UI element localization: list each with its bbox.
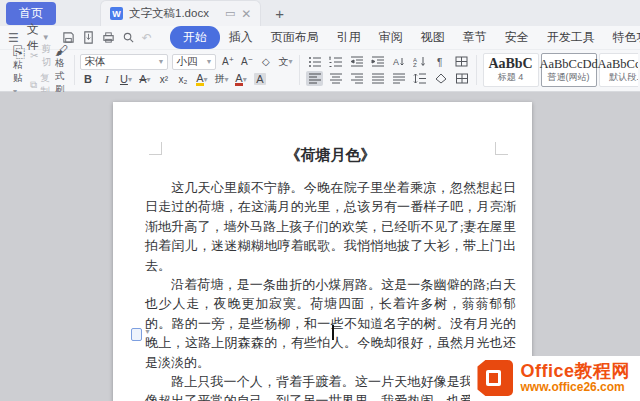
bullet-list-button[interactable] bbox=[306, 54, 323, 69]
undo-icon[interactable]: ↶ bbox=[142, 31, 152, 45]
quick-access-toolbar: ↶ bbox=[62, 31, 152, 45]
phonetic-guide-button[interactable]: 拼▾ bbox=[213, 72, 229, 87]
superscript-button[interactable]: x² bbox=[156, 72, 171, 87]
document-tab-label: 文字文稿1.docx bbox=[129, 6, 209, 21]
style-sample: AaBbCcDd bbox=[597, 57, 638, 71]
document-title[interactable]: 《荷塘月色》 bbox=[145, 146, 516, 165]
paste-options-widget[interactable]: ▼ bbox=[131, 328, 151, 341]
tab-home[interactable]: 开始 bbox=[170, 26, 220, 49]
margin-corner-mark bbox=[149, 142, 162, 155]
clipboard-group: ⎘ 粘贴▾ ✂剪切 ⧉复制 🖌 格式刷 bbox=[4, 52, 72, 88]
tab-review[interactable]: 审阅 bbox=[370, 26, 412, 49]
highlight-label: A bbox=[196, 73, 203, 86]
document-page[interactable]: 《荷塘月色》 这几天心里颇不宁静。今晚在院子里坐着乘凉，忽然想起日日走过的荷塘，… bbox=[113, 102, 532, 401]
shading-button[interactable] bbox=[432, 71, 449, 86]
style-label: 默认段... bbox=[609, 71, 638, 84]
borders-button[interactable] bbox=[453, 71, 470, 86]
copy-icon: ⧉ bbox=[30, 79, 37, 91]
tab-developer[interactable]: 开发工具 bbox=[538, 26, 604, 49]
chevron-down-icon: ▼ bbox=[206, 58, 213, 65]
align-center-button[interactable] bbox=[327, 71, 344, 86]
group-divider bbox=[74, 55, 75, 85]
style-normal-web[interactable]: AaBbCcDd 普通(网站) bbox=[541, 53, 597, 87]
text-cursor bbox=[332, 325, 334, 340]
styles-gallery: AaBbC 标题 4 AaBbCcDd 普通(网站) AaBbCcDd 默认段.… bbox=[479, 52, 638, 88]
new-tab-button[interactable]: + bbox=[275, 5, 284, 22]
tab-view[interactable]: 视图 bbox=[412, 26, 454, 49]
format-painter-button[interactable]: 🖌 格式刷 bbox=[55, 44, 68, 96]
increase-font-button[interactable]: A⁺ bbox=[220, 54, 235, 69]
char-shading-button[interactable]: A bbox=[252, 72, 267, 87]
cut-button[interactable]: ✂剪切 bbox=[30, 43, 51, 69]
text-tools-button[interactable] bbox=[453, 54, 470, 69]
chevron-down-icon: ▾ bbox=[224, 75, 228, 84]
chevron-down-icon: ▾ bbox=[147, 75, 151, 84]
style-sample: AaBbCcDd bbox=[539, 57, 597, 71]
paragraph-3[interactable]: 路上只我一个人，背着手踱着。这一片天地好像是我的;我也像超出了平常的自己，到了另… bbox=[145, 372, 516, 401]
clear-format-button[interactable]: ◇ bbox=[258, 54, 273, 69]
paste-button[interactable]: ⎘ 粘贴▾ bbox=[8, 45, 30, 96]
paragraph-2[interactable]: 沿着荷塘，是一条曲折的小煤屑路。这是一条幽僻的路;白天也少人走，夜晚更加寂寞。荷… bbox=[145, 275, 516, 372]
chevron-down-icon: ▾ bbox=[128, 75, 132, 84]
char-shading-label: A bbox=[254, 73, 265, 85]
style-label: 标题 4 bbox=[498, 71, 524, 84]
text-effects-label: 文 bbox=[278, 55, 288, 69]
menu-bar: ☰ 文件 ▼ ↶ 开始 插入 页面布局 引用 审阅 视图 章节 安全 开发工具 … bbox=[0, 26, 640, 50]
text-direction-button[interactable]: A bbox=[390, 54, 407, 69]
justify-button[interactable] bbox=[369, 71, 386, 86]
sort-button[interactable]: AZ bbox=[411, 54, 428, 69]
highlight-color-button[interactable]: A▾ bbox=[194, 72, 209, 87]
style-sample: AaBbC bbox=[488, 57, 532, 71]
svg-text:Z: Z bbox=[413, 62, 417, 67]
style-default-para[interactable]: AaBbCcDd 默认段... bbox=[599, 53, 638, 87]
tab-insert[interactable]: 插入 bbox=[220, 26, 262, 49]
watermark-title: Office教程网 bbox=[520, 362, 630, 381]
decrease-font-button[interactable]: A⁻ bbox=[239, 54, 254, 69]
office-logo bbox=[477, 360, 513, 396]
tab-pin-icon[interactable]: ▭ bbox=[225, 7, 235, 20]
home-ribbon: ⎘ 粘贴▾ ✂剪切 ⧉复制 🖌 格式刷 宋体 ▼ 小四 ▼ A⁺ A⁻ ◇ 文▾ bbox=[0, 50, 640, 92]
style-label: 普通(网站) bbox=[548, 71, 590, 84]
chevron-down-icon: ▼ bbox=[144, 328, 151, 335]
italic-button[interactable]: I bbox=[99, 72, 114, 87]
underline-button[interactable]: U▾ bbox=[118, 72, 133, 87]
font-size-select[interactable]: 小四 ▼ bbox=[172, 54, 216, 70]
style-heading4[interactable]: AaBbC 标题 4 bbox=[483, 53, 539, 87]
tab-close-icon[interactable]: ✕ bbox=[241, 7, 251, 21]
align-left-button[interactable] bbox=[306, 71, 323, 86]
text-effects-button[interactable]: 文▾ bbox=[277, 54, 293, 69]
chevron-down-icon: ▾ bbox=[288, 57, 292, 66]
distribute-button[interactable] bbox=[390, 71, 407, 86]
font-color-button[interactable]: A▾ bbox=[233, 72, 248, 87]
export-pdf-icon[interactable] bbox=[82, 31, 95, 44]
paragraph-group: A AZ ¶ bbox=[302, 52, 474, 88]
print-preview-icon[interactable] bbox=[122, 31, 135, 44]
tab-references[interactable]: 引用 bbox=[328, 26, 370, 49]
font-group: 宋体 ▼ 小四 ▼ A⁺ A⁻ ◇ 文▾ B I U▾ A▾ x² x₂ A▾ … bbox=[76, 52, 297, 88]
align-right-button[interactable] bbox=[348, 71, 365, 86]
decrease-indent-button[interactable] bbox=[348, 54, 365, 69]
numbered-list-button[interactable] bbox=[327, 54, 344, 69]
wps-writer-doc-icon: W bbox=[110, 7, 123, 20]
chevron-down-icon: ▾ bbox=[204, 75, 208, 84]
chevron-down-icon: ▼ bbox=[158, 58, 165, 65]
strikethrough-button[interactable]: A▾ bbox=[137, 72, 152, 87]
bold-button[interactable]: B bbox=[80, 72, 95, 87]
show-marks-button[interactable]: ¶ bbox=[432, 54, 449, 69]
tab-section[interactable]: 章节 bbox=[454, 26, 496, 49]
scissors-icon: ✂ bbox=[30, 50, 38, 61]
format-painter-label: 格式刷 bbox=[55, 57, 68, 96]
tab-page-layout[interactable]: 页面布局 bbox=[262, 26, 328, 49]
tab-special-features[interactable]: 特色功能 bbox=[604, 26, 640, 49]
print-icon[interactable] bbox=[102, 31, 115, 44]
line-spacing-button[interactable] bbox=[411, 71, 428, 86]
tab-security[interactable]: 安全 bbox=[496, 26, 538, 49]
subscript-button[interactable]: x₂ bbox=[175, 72, 190, 87]
increase-indent-button[interactable] bbox=[369, 54, 386, 69]
paste-icon: ⎘ bbox=[13, 45, 25, 59]
svg-text:¶: ¶ bbox=[437, 57, 442, 67]
font-name-select[interactable]: 宋体 ▼ bbox=[80, 54, 168, 70]
watermark-url: www.office26.com bbox=[520, 381, 630, 394]
paragraph-1[interactable]: 这几天心里颇不宁静。今晚在院子里坐着乘凉，忽然想起日日走过的荷塘，在这满月的光里… bbox=[145, 178, 516, 275]
ribbon-tabs: 开始 插入 页面布局 引用 审阅 视图 章节 安全 开发工具 特色功能 bbox=[170, 26, 640, 49]
